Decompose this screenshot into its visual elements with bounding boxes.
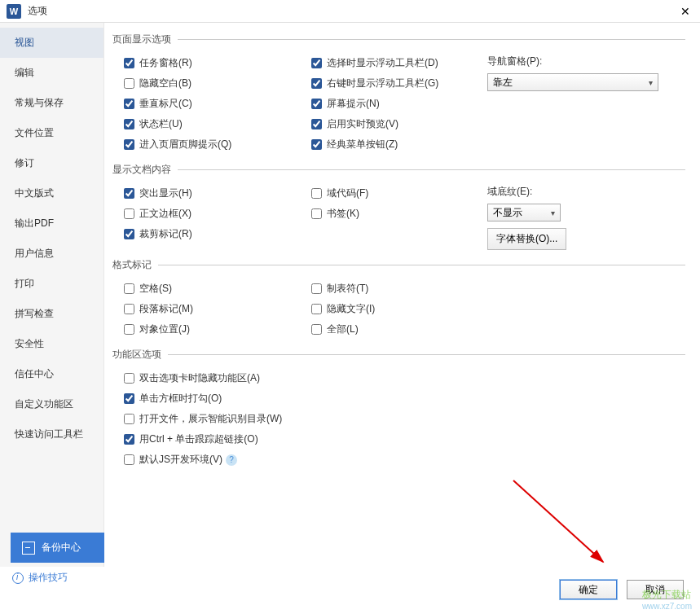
app-icon: W <box>7 4 21 19</box>
close-icon[interactable]: ✕ <box>677 3 693 20</box>
legend-doc-content: 显示文档内容 <box>112 163 178 177</box>
sidebar-item-output-pdf[interactable]: 输出PDF <box>0 208 103 239</box>
chk-select-float-toolbar[interactable]: 选择时显示浮动工具栏(D) <box>300 53 487 73</box>
chk-vertical-ruler[interactable]: 垂直标尺(C) <box>112 94 300 114</box>
content-panel: 页面显示选项 任务窗格(R) 隐藏空白(B) 垂直标尺(C) 状态栏(U) 进入… <box>104 23 700 567</box>
chk-object-position[interactable]: 对象位置(J) <box>112 319 300 340</box>
legend-page-display: 页面显示选项 <box>112 33 178 46</box>
chk-hide-blank[interactable]: 隐藏空白(B) <box>112 73 300 94</box>
sidebar-item-general-save[interactable]: 常规与保存 <box>0 88 103 118</box>
chk-spaces[interactable]: 空格(S) <box>112 278 300 299</box>
sidebar-item-user-info[interactable]: 用户信息 <box>0 239 103 269</box>
chk-ctrl-click-hyperlink[interactable]: 用Ctrl + 单击跟踪超链接(O) <box>112 429 685 450</box>
sidebar-item-print[interactable]: 打印 <box>0 269 103 299</box>
help-icon[interactable]: ? <box>226 454 237 466</box>
group-ribbon-options: 功能区选项 双击选项卡时隐藏功能区(A) 单击方框时打勾(O) 打开文件，展示智… <box>112 348 685 470</box>
select-field-shading[interactable]: 不显示 <box>487 204 561 221</box>
chk-all[interactable]: 全部(L) <box>300 319 487 340</box>
sidebar: 视图 编辑 常规与保存 文件位置 修订 中文版式 输出PDF 用户信息 打印 拼… <box>0 23 104 567</box>
sidebar-item-file-location[interactable]: 文件位置 <box>0 118 103 148</box>
info-icon <box>12 572 24 584</box>
font-substitution-button[interactable]: 字体替换(O)... <box>487 228 566 250</box>
cancel-button[interactable]: 取消 <box>627 580 684 599</box>
tips-link[interactable]: 操作技巧 <box>11 571 104 585</box>
chk-dblclick-hide-ribbon[interactable]: 双击选项卡时隐藏功能区(A) <box>112 368 685 388</box>
label-field-shading: 域底纹(E): <box>487 183 685 200</box>
chk-rightclick-float-toolbar[interactable]: 右键时显示浮动工具栏(G) <box>300 73 487 94</box>
group-doc-content: 显示文档内容 突出显示(H) 正文边框(X) 裁剪标记(R) 域代码(F) 书签… <box>112 163 685 250</box>
chk-live-preview[interactable]: 启用实时预览(V) <box>300 114 487 134</box>
title-bar: W 选项 ✕ <box>0 0 700 23</box>
sidebar-item-chinese-layout[interactable]: 中文版式 <box>0 178 103 208</box>
backup-icon <box>22 542 35 555</box>
chk-highlight[interactable]: 突出显示(H) <box>112 183 300 204</box>
sidebar-item-edit[interactable]: 编辑 <box>0 58 103 88</box>
chk-header-footer-hint[interactable]: 进入页眉页脚提示(Q) <box>112 134 300 155</box>
chk-tabs[interactable]: 制表符(T) <box>300 278 487 299</box>
chk-click-box-check[interactable]: 单击方框时打勾(O) <box>112 388 685 409</box>
chk-bookmarks[interactable]: 书签(K) <box>300 204 487 224</box>
backup-center-button[interactable]: 备份中心 <box>11 533 104 563</box>
legend-ribbon-options: 功能区选项 <box>112 348 168 362</box>
chk-status-bar[interactable]: 状态栏(U) <box>112 114 300 134</box>
sidebar-item-trust-center[interactable]: 信任中心 <box>0 359 103 389</box>
label-nav-pane: 导航窗格(P): <box>487 53 685 70</box>
window-title: 选项 <box>28 4 677 18</box>
chk-default-js-env[interactable]: 默认JS开发环境(V)? <box>112 450 685 470</box>
group-page-display: 页面显示选项 任务窗格(R) 隐藏空白(B) 垂直标尺(C) 状态栏(U) 进入… <box>112 33 685 155</box>
chk-text-border[interactable]: 正文边框(X) <box>112 204 300 224</box>
sidebar-item-spellcheck[interactable]: 拼写检查 <box>0 299 103 329</box>
sidebar-item-view[interactable]: 视图 <box>0 28 103 58</box>
chk-hidden-text[interactable]: 隐藏文字(I) <box>300 299 487 319</box>
select-nav-pane[interactable]: 靠左 <box>487 73 658 91</box>
chk-field-codes[interactable]: 域代码(F) <box>300 183 487 204</box>
sidebar-item-customize-ribbon[interactable]: 自定义功能区 <box>0 389 103 419</box>
legend-format-marks: 格式标记 <box>112 258 158 272</box>
ok-button[interactable]: 确定 <box>560 580 617 599</box>
sidebar-item-security[interactable]: 安全性 <box>0 329 103 359</box>
chk-task-pane[interactable]: 任务窗格(R) <box>112 53 300 73</box>
chk-screen-tips[interactable]: 屏幕提示(N) <box>300 94 487 114</box>
sidebar-item-revision[interactable]: 修订 <box>0 148 103 178</box>
group-format-marks: 格式标记 空格(S) 段落标记(M) 对象位置(J) 制表符(T) 隐藏文字(I… <box>112 258 685 340</box>
sidebar-item-quick-access[interactable]: 快速访问工具栏 <box>0 419 103 450</box>
chk-crop-marks[interactable]: 裁剪标记(R) <box>112 224 300 244</box>
chk-classic-menu[interactable]: 经典菜单按钮(Z) <box>300 134 487 155</box>
chk-paragraph-marks[interactable]: 段落标记(M) <box>112 299 300 319</box>
chk-smart-toc[interactable]: 打开文件，展示智能识别目录(W) <box>112 409 685 429</box>
